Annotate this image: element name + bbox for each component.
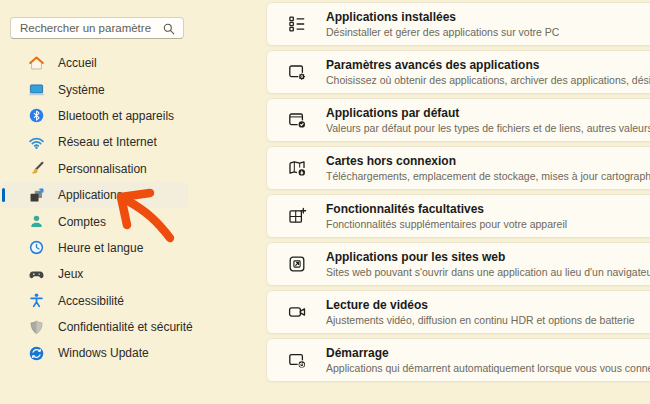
offline-maps-icon — [287, 158, 307, 178]
card-description: Désinstaller et gérer des applications s… — [326, 26, 559, 38]
card-title: Applications installées — [326, 10, 559, 24]
home-icon — [28, 55, 45, 72]
sidebar-item-label: Heure et langue — [58, 241, 143, 255]
selected-indicator — [2, 188, 5, 202]
sidebar-item-jeux[interactable]: Jeux — [2, 261, 188, 287]
paintbrush-icon — [28, 160, 45, 177]
accessibility-icon — [28, 292, 45, 309]
system-icon — [28, 81, 45, 98]
optional-features-icon — [287, 206, 307, 226]
card-title: Applications par défaut — [326, 106, 650, 120]
shield-icon — [28, 319, 45, 336]
sidebar-item-label: Comptes — [58, 215, 106, 229]
card-advanced-app-settings[interactable]: Paramètres avancés des applications Choi… — [266, 50, 650, 94]
startup-icon — [287, 350, 307, 370]
card-description: Ajustements vidéo, diffusion en continu … — [326, 314, 635, 326]
sidebar-item-label: Personnalisation — [58, 162, 147, 176]
sidebar-item-label: Confidentialité et sécurité — [58, 320, 193, 334]
sidebar-item-label: Accessibilité — [58, 294, 124, 308]
apps-icon — [28, 187, 45, 204]
card-video-playback[interactable]: Lecture de vidéos Ajustements vidéo, dif… — [266, 290, 650, 334]
card-title: Paramètres avancés des applications — [326, 58, 650, 72]
sidebar-item-label: Système — [58, 83, 105, 97]
card-installed-apps[interactable]: Applications installées Désinstaller et … — [266, 2, 650, 46]
card-description: Applications qui démarrent automatiqueme… — [326, 362, 650, 374]
person-icon — [28, 213, 45, 230]
sidebar-item-systeme[interactable]: Système — [2, 76, 188, 102]
card-offline-maps[interactable]: Cartes hors connexion Téléchargements, e… — [266, 146, 650, 190]
wifi-icon — [28, 134, 45, 151]
update-icon — [28, 345, 45, 362]
card-description: Téléchargements, emplacement de stockage… — [326, 170, 650, 182]
card-description: Valeurs par défaut pour les types de fic… — [326, 122, 650, 134]
card-optional-features[interactable]: Fonctionnalités facultatives Fonctionnal… — [266, 194, 650, 238]
sidebar-item-windows-update[interactable]: Windows Update — [2, 340, 188, 366]
sidebar-item-confidentialite[interactable]: Confidentialité et sécurité — [2, 314, 188, 340]
sidebar-nav: Accueil Système Bluetooth et appareils R… — [2, 50, 188, 367]
sidebar-item-label: Jeux — [58, 267, 83, 281]
sidebar-item-comptes[interactable]: Comptes — [2, 208, 188, 234]
installed-apps-icon — [287, 14, 307, 34]
sidebar-item-heure-langue[interactable]: Heure et langue — [2, 235, 188, 261]
search-input[interactable] — [11, 18, 164, 38]
bluetooth-icon — [28, 107, 45, 124]
game-controller-icon — [28, 266, 45, 283]
sidebar-item-accessibilite[interactable]: Accessibilité — [2, 288, 188, 314]
sidebar-item-label: Accueil — [58, 56, 97, 70]
card-apps-for-websites[interactable]: Applications pour les sites web Sites we… — [266, 242, 650, 286]
card-description: Choisissez où obtenir des applications, … — [326, 74, 650, 86]
sidebar-item-applications[interactable]: Applications — [2, 182, 188, 208]
video-playback-icon — [287, 302, 307, 322]
card-title: Lecture de vidéos — [326, 298, 635, 312]
search-icon — [163, 23, 175, 35]
card-description: Fonctionnalités supplémentaires pour vot… — [326, 218, 567, 230]
card-startup[interactable]: Démarrage Applications qui démarrent aut… — [266, 338, 650, 382]
sidebar-item-bluetooth[interactable]: Bluetooth et appareils — [2, 103, 188, 129]
card-title: Fonctionnalités facultatives — [326, 202, 567, 216]
settings-sidebar: Accueil Système Bluetooth et appareils R… — [0, 0, 263, 404]
sidebar-item-label: Applications — [58, 188, 123, 202]
sidebar-item-reseau[interactable]: Réseau et Internet — [2, 129, 188, 155]
card-title: Démarrage — [326, 346, 650, 360]
sidebar-item-personnalisation[interactable]: Personnalisation — [2, 156, 188, 182]
default-apps-icon — [287, 110, 307, 130]
card-title: Applications pour les sites web — [326, 250, 650, 264]
sidebar-item-label: Windows Update — [58, 346, 149, 360]
advanced-app-settings-icon — [287, 62, 307, 82]
settings-search[interactable] — [10, 17, 184, 39]
card-default-apps[interactable]: Applications par défaut Valeurs par défa… — [266, 98, 650, 142]
clock-language-icon — [28, 239, 45, 256]
apps-for-websites-icon — [287, 254, 307, 274]
sidebar-item-label: Bluetooth et appareils — [58, 109, 174, 123]
sidebar-item-label: Réseau et Internet — [58, 135, 157, 149]
sidebar-item-accueil[interactable]: Accueil — [2, 50, 188, 76]
card-description: Sites web pouvant s'ouvrir dans une appl… — [326, 266, 650, 278]
settings-apps-panel: Applications installées Désinstaller et … — [266, 2, 650, 386]
card-title: Cartes hors connexion — [326, 154, 650, 168]
